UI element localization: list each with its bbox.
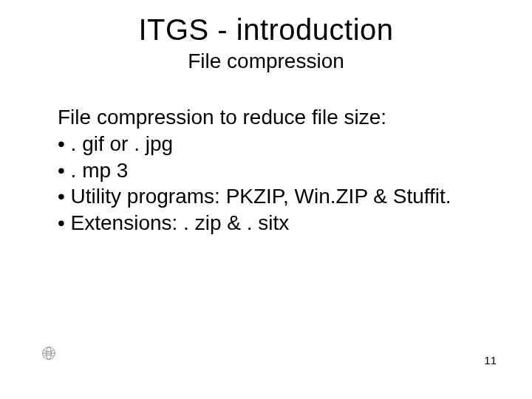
body-heading: File compression to reduce file size: — [58, 104, 480, 131]
bullet-text: Extensions: . zip & . sitx — [71, 211, 290, 234]
slide-body: File compression to reduce file size: • … — [0, 104, 532, 236]
bullet-text: Utility programs: PKZIP, Win.ZIP & Stuff… — [71, 185, 451, 208]
slide: ITGS - introduction File compression Fil… — [0, 0, 532, 399]
bullet-text: . gif or . jpg — [71, 132, 174, 155]
slide-title: ITGS - introduction — [0, 13, 532, 47]
bullet-item: • Utility programs: PKZIP, Win.ZIP & Stu… — [58, 183, 480, 210]
bullet-text: . mp 3 — [71, 159, 129, 182]
page-number: 11 — [484, 354, 497, 366]
slide-subtitle: File compression — [0, 50, 532, 73]
bullet-item: • . gif or . jpg — [58, 131, 480, 157]
globe-icon — [41, 346, 56, 361]
bullet-item: • Extensions: . zip & . sitx — [58, 210, 480, 236]
bullet-item: • . mp 3 — [58, 157, 480, 184]
